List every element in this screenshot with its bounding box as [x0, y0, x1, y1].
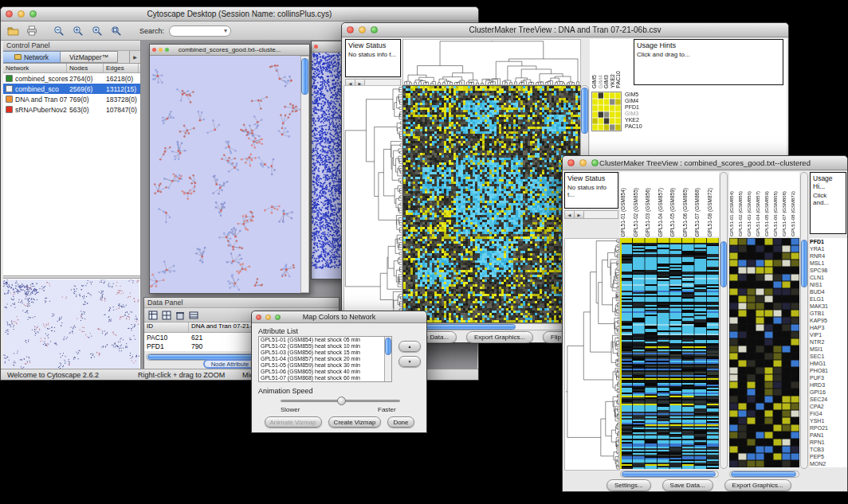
dendrogram-left-canvas[interactable] — [564, 238, 620, 471]
close-button[interactable] — [567, 159, 575, 166]
scrollbar-thumb[interactable] — [801, 240, 807, 287]
zoom-in-icon[interactable] — [71, 24, 85, 38]
network-graph-canvas[interactable] — [150, 56, 300, 293]
gene-label[interactable]: GPI16 — [810, 389, 847, 396]
gene-label[interactable]: RPO21 — [810, 424, 847, 432]
dialog-titlebar[interactable]: Map Colors to Network — [252, 311, 426, 323]
gene-label[interactable]: PFD1 — [625, 104, 642, 111]
column-nodes[interactable]: Nodes — [67, 64, 104, 72]
print-icon[interactable] — [25, 24, 39, 38]
gene-label[interactable]: PHO81 — [810, 367, 847, 374]
gene-label[interactable]: SEC24 — [810, 396, 847, 403]
minimize-button[interactable] — [579, 159, 587, 166]
network-list-item[interactable]: combined_sco 2569(6) 13112(15) — [3, 84, 140, 94]
select-attributes-icon[interactable] — [147, 310, 158, 320]
column-network[interactable]: Network — [3, 64, 67, 72]
zoom-actual-icon[interactable] — [90, 24, 104, 38]
zoom-out-icon[interactable] — [52, 24, 66, 38]
attribute-matrix-icon[interactable] — [188, 310, 198, 320]
treeview-combined-titlebar[interactable]: ClusterMaker TreeView : combined_scores_… — [563, 156, 847, 170]
zoom-fit-icon[interactable] — [109, 24, 124, 38]
dendrogram-left-canvas[interactable] — [344, 85, 402, 323]
gene-label[interactable]: VIP1 — [810, 331, 847, 338]
move-down-button[interactable]: ▼ — [398, 356, 421, 367]
scroll-left-icon[interactable]: ◀ — [565, 211, 575, 218]
gene-label[interactable]: ELG1 — [810, 295, 847, 303]
gene-label[interactable]: FIG4 — [810, 410, 847, 417]
tab-vizmapper[interactable]: VizMapper™ — [61, 51, 118, 63]
attribute-item[interactable]: GPL51-03 (GSM856) heat shock 15 min — [259, 350, 384, 356]
gene-label[interactable]: PFD1 — [810, 238, 847, 245]
zoom-button[interactable] — [29, 10, 37, 18]
close-icon[interactable] — [314, 45, 318, 49]
heatmap-canvas[interactable] — [620, 238, 719, 469]
delete-attribute-icon[interactable] — [175, 310, 185, 320]
gene-label[interactable]: CPA2 — [810, 403, 847, 410]
scroll-right-icon[interactable]: ▶ — [575, 211, 584, 218]
close-button[interactable] — [347, 26, 354, 33]
gene-label[interactable]: MSI1 — [810, 346, 847, 353]
network-list-item[interactable]: DNA and Tran 07 769(0) 183728(0) — [3, 94, 140, 104]
attribute-item[interactable]: GPL51-02 (GSM855) heat shock 10 min — [259, 343, 384, 350]
scrollbar-thumb[interactable] — [385, 338, 391, 355]
treeview-button[interactable]: Export Graphics... — [724, 479, 791, 491]
minimize-button[interactable] — [359, 26, 366, 33]
tab-overflow-arrow[interactable]: ▶ — [129, 51, 140, 63]
gene-label[interactable]: YKE2 — [625, 117, 642, 123]
dendrogram-horizontal-scrollbar[interactable]: ◀ ▶ — [564, 210, 618, 219]
gene-label[interactable]: PAN1 — [810, 432, 847, 439]
gene-label[interactable]: GTB1 — [810, 310, 847, 317]
minimize-button[interactable] — [265, 315, 271, 320]
close-icon[interactable] — [152, 48, 156, 52]
open-folder-icon[interactable] — [6, 24, 20, 38]
zoom-button[interactable] — [591, 159, 599, 166]
attribute-item[interactable]: GPL51-06 (GSM865) heat shock 40 min — [259, 369, 384, 375]
attribute-list-scrollbar[interactable] — [384, 337, 391, 381]
slider-thumb[interactable] — [337, 397, 346, 405]
tab-network[interactable]: Network — [3, 51, 61, 63]
dialog-button[interactable]: Create Vizmap — [328, 416, 382, 428]
gene-label[interactable]: MAK31 — [810, 303, 847, 310]
gene-label[interactable]: PEP5 — [810, 453, 847, 460]
gene-label[interactable]: RPN1 — [810, 439, 847, 446]
dialog-button[interactable]: Animate Vizmap — [265, 416, 322, 428]
dendrogram-top-canvas[interactable] — [402, 39, 581, 85]
minimize-icon[interactable] — [159, 48, 163, 52]
scrollbar-thumb[interactable] — [622, 471, 716, 477]
treeview-button[interactable]: Save Data... — [662, 479, 713, 491]
attribute-item[interactable]: GPL51-04 (GSM857) heat shock 20 min — [259, 356, 384, 362]
gene-label[interactable]: YRA1 — [810, 245, 847, 252]
attribute-item[interactable]: GPL51-01 (GSM854) heat shock 05 min — [259, 337, 384, 343]
create-attribute-icon[interactable] — [161, 310, 171, 320]
close-button[interactable] — [256, 315, 261, 320]
zoom-heatmap-canvas[interactable] — [729, 238, 799, 467]
gene-label[interactable]: MON2 — [810, 460, 847, 467]
scroll-track[interactable] — [584, 211, 618, 218]
close-button[interactable] — [6, 10, 13, 18]
gene-label[interactable]: RNR4 — [810, 252, 847, 260]
gene-label[interactable]: HAP3 — [810, 324, 847, 331]
gene-label[interactable]: GIM4 — [625, 98, 642, 104]
zoom-button[interactable] — [275, 315, 281, 320]
gene-label[interactable]: SEC1 — [810, 353, 847, 360]
treeview-button[interactable]: Settings... — [607, 479, 651, 491]
heatmap-canvas[interactable] — [402, 85, 581, 323]
animation-speed-slider[interactable] — [281, 396, 400, 406]
network-list-item[interactable]: combined_scores 2764(0) 16218(0) — [3, 73, 140, 84]
heatmap-horizontal-scrollbar[interactable] — [402, 323, 579, 330]
attribute-item[interactable]: GPL51-05 (GSM859) heat shock 30 min — [259, 362, 384, 369]
gene-label[interactable]: MSL1 — [810, 260, 847, 267]
heatmap-vertical-scrollbar[interactable] — [720, 172, 728, 469]
scrollbar-thumb[interactable] — [731, 471, 796, 477]
network-list-item[interactable]: sRNAPuberNov2 563(0) 107847(0) — [3, 104, 140, 115]
search-input[interactable]: ▾ — [169, 25, 231, 37]
scrollbar-thumb[interactable] — [720, 241, 727, 287]
gene-label[interactable]: SPC98 — [810, 267, 847, 274]
gene-label[interactable]: HRD3 — [810, 381, 847, 389]
combo-arrow-icon[interactable]: ▾ — [224, 27, 227, 34]
zoom-horizontal-scrollbar[interactable] — [729, 471, 799, 478]
gene-label[interactable]: PUF3 — [810, 374, 847, 381]
gene-label[interactable]: GIM5 — [625, 92, 642, 98]
gene-label[interactable]: NTR2 — [810, 338, 847, 346]
move-up-button[interactable]: ▲ — [398, 341, 421, 352]
